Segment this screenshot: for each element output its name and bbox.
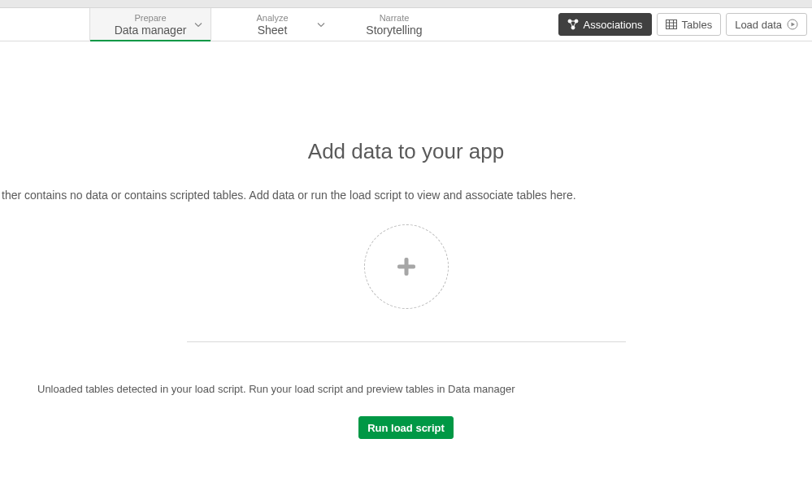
tab-analyze[interactable]: Analyze Sheet: [211, 8, 333, 41]
load-data-button[interactable]: Load data: [726, 13, 807, 36]
plus-icon: [394, 254, 419, 279]
main-toolbar: Prepare Data manager Analyze Sheet Narra…: [0, 8, 812, 41]
window-top-strip: [0, 0, 812, 8]
svg-rect-3: [666, 20, 676, 29]
tab-narrate[interactable]: Narrate Storytelling: [333, 8, 455, 41]
tables-button[interactable]: Tables: [657, 13, 722, 36]
unloaded-tables-message: Unloaded tables detected in your load sc…: [0, 383, 812, 395]
page-subtitle: ther contains no data or contains script…: [0, 189, 812, 202]
tab-analyze-sup: Analyze: [256, 14, 288, 23]
play-icon: [787, 19, 798, 30]
main-content: Add data to your app ther contains no da…: [0, 41, 812, 439]
run-load-script-label: Run load script: [367, 422, 445, 434]
tab-analyze-main: Sheet: [258, 24, 288, 36]
load-data-label: Load data: [735, 19, 782, 31]
toolbar-lead-spacer: [0, 8, 89, 41]
svg-rect-10: [397, 265, 415, 269]
page-title: Add data to your app: [308, 139, 504, 164]
tab-prepare-main: Data manager: [115, 24, 187, 36]
tab-narrate-main: Storytelling: [366, 24, 422, 36]
toolbar-right-group: Associations Tables Load data: [558, 8, 807, 41]
run-load-script-button[interactable]: Run load script: [358, 416, 454, 439]
associations-icon: [567, 19, 579, 30]
associations-button[interactable]: Associations: [558, 13, 652, 36]
tables-icon: [666, 20, 677, 29]
tab-narrate-sup: Narrate: [380, 14, 410, 23]
divider: [187, 341, 626, 342]
toolbar-spacer: [455, 8, 558, 41]
chevron-down-icon: [317, 20, 325, 29]
tab-prepare-sup: Prepare: [134, 14, 166, 23]
tables-label: Tables: [682, 19, 713, 31]
add-data-button[interactable]: [364, 224, 449, 309]
chevron-down-icon: [194, 20, 202, 29]
tab-prepare[interactable]: Prepare Data manager: [89, 8, 211, 41]
associations-label: Associations: [584, 19, 643, 31]
